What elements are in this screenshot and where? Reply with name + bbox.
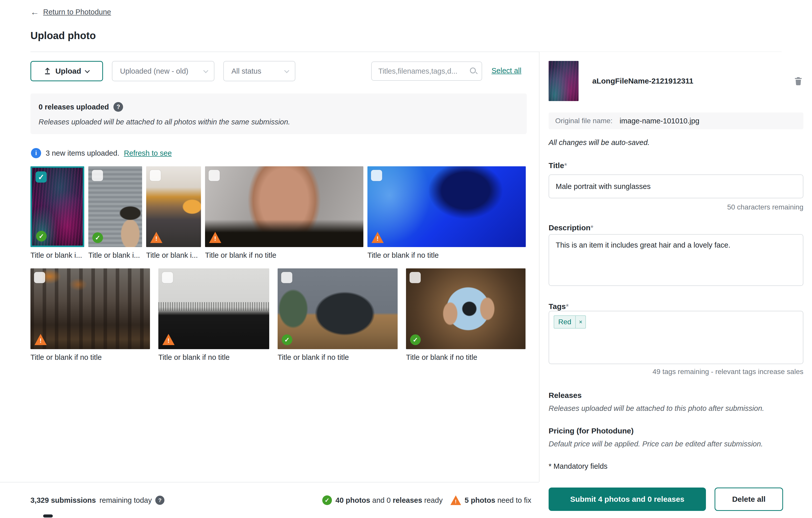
photo-card[interactable]: Title or blank if no title — [406, 268, 525, 361]
photo-thumbnail[interactable] — [30, 166, 84, 247]
title-input[interactable] — [549, 174, 803, 198]
photo-card[interactable]: Title or blank if no title — [205, 166, 364, 260]
releases-banner-note: Releases uploaded will be attached to al… — [38, 118, 519, 126]
needs-fix-status: 5 photos need to fix — [451, 483, 531, 518]
back-row: ← Return to Photodune — [30, 8, 111, 16]
help-icon[interactable] — [113, 102, 123, 112]
tag-chip: Red × — [554, 316, 586, 329]
upload-button[interactable]: Upload — [30, 61, 103, 81]
search-input[interactable] — [371, 61, 482, 81]
notice-text: 3 new items uploaded. — [46, 149, 119, 158]
select-all-link[interactable]: Select all — [492, 66, 521, 75]
photo-title: Title or blank i... — [88, 251, 142, 260]
photo-thumbnail[interactable] — [278, 268, 398, 349]
required-star: * — [590, 223, 593, 232]
photo-title: Title or blank if no title — [368, 251, 526, 260]
photo-card[interactable]: Title or blank if no title — [158, 268, 269, 361]
search-field — [371, 61, 482, 81]
status-dropdown-value: All status — [231, 67, 261, 75]
original-filename-row: Original file name: image-name-101010.jp… — [549, 112, 803, 129]
select-checkbox[interactable] — [410, 272, 421, 283]
mandatory-fields-note: * Mandatory fields — [549, 462, 803, 470]
photo-card[interactable]: Title or blank if no title — [30, 268, 150, 361]
footer-bar: 3,329 submissions remaining today 40 pho… — [0, 482, 539, 518]
photo-title: Title or blank if no title — [158, 353, 269, 361]
photo-card[interactable]: Title or blank i... — [88, 166, 142, 260]
status-ready-icon — [410, 334, 421, 345]
status-filter-dropdown[interactable]: All status — [223, 61, 295, 81]
photo-thumbnail[interactable] — [146, 166, 201, 247]
photo-card[interactable]: Title or blank if no title — [278, 268, 398, 361]
quota-text: remaining today — [99, 496, 152, 505]
refresh-link[interactable]: Refresh to see — [124, 149, 172, 158]
panel-header: aLongFileName-2121912311 — [549, 61, 803, 101]
select-checkbox[interactable] — [35, 171, 47, 183]
photo-thumbnail[interactable] — [158, 268, 269, 349]
photo-thumbnail[interactable] — [88, 166, 142, 247]
toolbar: Upload Uploaded (new - old) All status S… — [0, 61, 539, 81]
sort-dropdown-value: Uploaded (new - old) — [120, 67, 188, 75]
select-checkbox[interactable] — [162, 272, 173, 283]
photo-title: Title or blank if no title — [205, 251, 364, 260]
selected-photo-thumbnail — [549, 61, 579, 101]
select-checkbox[interactable] — [281, 272, 292, 283]
required-star: * — [566, 302, 569, 310]
releases-note: Releases uploaded will be attached to th… — [549, 404, 803, 413]
select-checkbox[interactable] — [150, 170, 161, 181]
releases-heading: Releases — [549, 391, 803, 400]
warning-triangle-icon — [451, 495, 461, 505]
releases-banner: 0 releases uploaded Releases uploaded wi… — [30, 93, 527, 134]
upload-icon — [43, 67, 52, 75]
sort-dropdown[interactable]: Uploaded (new - old) — [112, 61, 214, 81]
pricing-heading: Pricing (for Photodune) — [549, 427, 803, 435]
ready-text: 40 photos and 0 releases ready — [336, 496, 442, 505]
photo-grid-row-1: Title or blank i... Title or blank i... … — [30, 166, 526, 260]
photo-title: Title or blank if no title — [30, 353, 150, 361]
horizontal-scrollbar-thumb[interactable] — [43, 514, 53, 517]
tag-remove-icon[interactable]: × — [575, 316, 585, 328]
back-link[interactable]: Return to Photodune — [43, 8, 111, 16]
help-icon[interactable] — [155, 496, 165, 505]
chevron-down-icon — [284, 68, 290, 74]
releases-banner-title: 0 releases uploaded — [38, 103, 109, 111]
tags-hint: 49 tags remaining - relevant tags increa… — [549, 368, 803, 376]
status-warning-icon — [34, 334, 47, 345]
photo-card[interactable]: Title or blank i... — [146, 166, 201, 260]
tags-input-box[interactable]: Red × — [549, 311, 803, 364]
status-ready-icon — [36, 231, 47, 242]
required-star: * — [564, 161, 567, 170]
photo-thumbnail[interactable] — [368, 166, 526, 247]
delete-all-button[interactable]: Delete all — [715, 488, 783, 511]
description-field-label: Description* — [549, 223, 803, 232]
detail-panel: aLongFileName-2121912311 Original file n… — [540, 52, 812, 518]
tags-field-label: Tags* — [549, 302, 803, 311]
selected-filename: aLongFileName-2121912311 — [592, 77, 793, 85]
title-field-label: Title* — [549, 161, 803, 170]
photo-thumbnail[interactable] — [30, 268, 150, 349]
submit-button[interactable]: Submit 4 photos and 0 releases — [549, 488, 706, 511]
status-warning-icon — [163, 334, 175, 345]
status-ready-icon — [282, 334, 292, 345]
photo-title: Title or blank if no title — [278, 353, 398, 361]
submissions-quota: 3,329 submissions remaining today — [30, 483, 165, 518]
new-items-notice: 3 new items uploaded. Refresh to see — [31, 148, 172, 158]
select-checkbox[interactable] — [209, 170, 220, 181]
description-textarea[interactable]: This is an item it includes great hair a… — [549, 234, 803, 286]
select-checkbox[interactable] — [92, 170, 103, 181]
search-icon — [469, 67, 477, 75]
select-checkbox[interactable] — [34, 272, 45, 283]
success-check-icon — [322, 495, 332, 505]
photo-card[interactable]: Title or blank i... — [30, 166, 84, 260]
delete-photo-icon[interactable] — [793, 75, 803, 87]
status-warning-icon — [150, 232, 163, 243]
select-checkbox[interactable] — [371, 170, 382, 181]
original-filename-label: Original file name: — [555, 117, 613, 125]
photo-thumbnail[interactable] — [205, 166, 364, 247]
pricing-note: Default price will be applied. Price can… — [549, 440, 803, 448]
quota-count: 3,329 submissions — [30, 496, 96, 505]
autosave-note: All changes will be auto-saved. — [549, 138, 803, 147]
photo-thumbnail[interactable] — [406, 268, 525, 349]
photo-card[interactable]: Title or blank if no title — [368, 166, 526, 260]
chevron-down-icon — [203, 68, 209, 74]
page-title: Upload photo — [30, 30, 96, 42]
